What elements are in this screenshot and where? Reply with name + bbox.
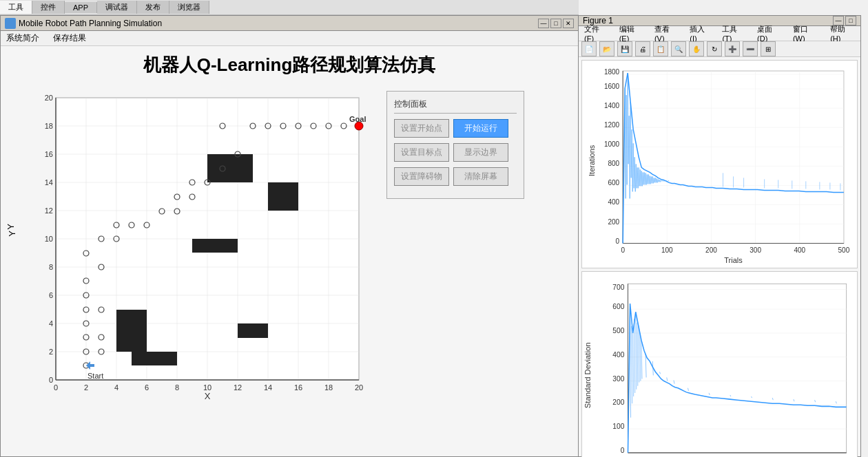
toolbar-open[interactable]: 📂 bbox=[599, 41, 614, 56]
svg-text:0: 0 bbox=[54, 383, 58, 392]
close-button[interactable]: ✕ bbox=[563, 19, 574, 28]
right-panel: 控制面板 设置开始点 开始运行 设置目标点 显示边界 设置障碍物 bbox=[386, 84, 524, 199]
show-border-button[interactable]: 显示边界 bbox=[453, 143, 508, 162]
svg-text:200: 200 bbox=[612, 398, 624, 406]
svg-text:300: 300 bbox=[612, 374, 624, 382]
charts-menu-bar: 文件(F) 编辑(E) 查看(V) 插入(I) 工具(T) 桌面(D) 窗口(W… bbox=[579, 26, 860, 41]
tab-tools[interactable]: 工具 bbox=[0, 1, 32, 14]
svg-text:1600: 1600 bbox=[604, 83, 620, 90]
toolbar-pan[interactable]: ✋ bbox=[689, 41, 704, 56]
svg-text:100: 100 bbox=[612, 423, 624, 430]
chart2-svg: 0 100 200 300 400 500 600 700 bbox=[582, 272, 857, 457]
svg-text:1400: 1400 bbox=[604, 102, 620, 109]
control-row-3: 设置障碍物 清除屏幕 bbox=[394, 167, 517, 186]
svg-text:1200: 1200 bbox=[604, 121, 620, 129]
tab-publish[interactable]: 发布 bbox=[137, 1, 169, 14]
svg-text:12: 12 bbox=[234, 383, 242, 392]
svg-text:400: 400 bbox=[794, 246, 805, 254]
svg-text:500: 500 bbox=[612, 327, 624, 334]
svg-text:X: X bbox=[205, 391, 211, 401]
tab-app-label: APP bbox=[73, 3, 88, 12]
page-title: 机器人Q-Learning路径规划算法仿真 bbox=[143, 53, 436, 77]
svg-text:Trials: Trials bbox=[724, 256, 743, 264]
svg-rect-53 bbox=[132, 352, 177, 365]
plot-svg: 0 2 4 6 8 10 12 14 16 18 20 0 bbox=[28, 91, 380, 401]
control-panel-title: 控制面板 bbox=[394, 98, 517, 114]
app-icon bbox=[5, 18, 16, 29]
workspace: Y bbox=[8, 84, 571, 407]
svg-text:500: 500 bbox=[838, 246, 850, 254]
minimize-button[interactable]: — bbox=[538, 19, 549, 28]
charts-toolbar: 📄 📂 💾 🖨 📋 🔍 ✋ ↻ ➕ ➖ ⊞ bbox=[579, 41, 860, 57]
main-window-title: Mobile Robot Path Planning Simulation bbox=[19, 19, 162, 28]
svg-text:400: 400 bbox=[612, 350, 624, 358]
toolbar-new[interactable]: 📄 bbox=[581, 41, 597, 56]
y-axis-label: Y bbox=[6, 224, 16, 230]
svg-text:400: 400 bbox=[608, 198, 619, 206]
toolbar-fit[interactable]: ⊞ bbox=[761, 41, 776, 56]
svg-text:8: 8 bbox=[49, 263, 53, 271]
charts-window: Figure 1 — □ 文件(F) 编辑(E) 查看(V) 插入(I) 工具(… bbox=[579, 15, 861, 457]
toolbar-print[interactable]: 🖨 bbox=[635, 41, 650, 56]
main-content: 机器人Q-Learning路径规划算法仿真 Y bbox=[1, 46, 578, 456]
set-obstacle-button[interactable]: 设置障碍物 bbox=[394, 167, 449, 186]
toolbar-zoom[interactable]: 🔍 bbox=[671, 41, 686, 56]
svg-text:800: 800 bbox=[608, 160, 619, 167]
svg-text:600: 600 bbox=[608, 179, 619, 187]
svg-rect-47 bbox=[207, 154, 253, 182]
menu-bar: 系统简介 保存结果 bbox=[1, 31, 578, 46]
svg-text:6: 6 bbox=[49, 291, 53, 299]
svg-text:0: 0 bbox=[621, 447, 625, 454]
toolbar-copy[interactable]: 📋 bbox=[653, 41, 668, 56]
tab-controls[interactable]: 控件 bbox=[32, 1, 65, 14]
svg-text:8: 8 bbox=[175, 383, 179, 392]
set-goal-button[interactable]: 设置目标点 bbox=[394, 143, 449, 162]
tab-publish-label: 发布 bbox=[145, 2, 161, 12]
control-row-2: 设置目标点 显示边界 bbox=[394, 143, 517, 162]
svg-rect-51 bbox=[116, 323, 132, 338]
svg-text:14: 14 bbox=[264, 383, 272, 392]
svg-text:16: 16 bbox=[294, 383, 302, 392]
start-run-button[interactable]: 开始运行 bbox=[453, 119, 508, 138]
tab-debugger[interactable]: 调试器 bbox=[97, 1, 137, 14]
svg-text:4: 4 bbox=[49, 319, 53, 328]
set-start-button[interactable]: 设置开始点 bbox=[394, 119, 449, 138]
svg-text:2: 2 bbox=[49, 348, 53, 356]
tab-browser-label: 浏览器 bbox=[178, 2, 200, 12]
toolbar-zoomout[interactable]: ➖ bbox=[743, 41, 758, 56]
menu-save[interactable]: 保存结果 bbox=[50, 31, 89, 45]
svg-text:700: 700 bbox=[612, 283, 624, 290]
svg-text:16: 16 bbox=[45, 150, 53, 158]
toolbar-save[interactable]: 💾 bbox=[617, 41, 632, 56]
toolbar-zoomin[interactable]: ➕ bbox=[725, 41, 740, 56]
charts-content: 0 200 400 600 800 1000 1200 1400 1600 18… bbox=[579, 57, 860, 457]
chart1-svg: 0 200 400 600 800 1000 1200 1400 1600 18… bbox=[582, 61, 857, 268]
svg-rect-48 bbox=[268, 182, 298, 211]
svg-text:Start: Start bbox=[87, 372, 103, 380]
svg-text:20: 20 bbox=[45, 94, 53, 102]
svg-text:0: 0 bbox=[49, 376, 53, 384]
svg-text:20: 20 bbox=[355, 383, 363, 392]
toolbar-rotate[interactable]: ↻ bbox=[707, 41, 722, 56]
svg-text:18: 18 bbox=[324, 383, 333, 392]
svg-text:200: 200 bbox=[608, 218, 619, 226]
tab-tools-label: 工具 bbox=[8, 2, 23, 12]
svg-text:200: 200 bbox=[705, 246, 717, 254]
clear-screen-button[interactable]: 清除屏幕 bbox=[453, 167, 508, 186]
svg-rect-52 bbox=[238, 323, 268, 338]
tab-browser[interactable]: 浏览器 bbox=[169, 1, 209, 14]
svg-text:100: 100 bbox=[661, 246, 673, 254]
svg-text:14: 14 bbox=[45, 178, 53, 187]
menu-about[interactable]: 系统简介 bbox=[3, 31, 42, 45]
svg-text:Standard Deviation: Standard Deviation bbox=[583, 342, 592, 408]
svg-text:10: 10 bbox=[45, 235, 53, 243]
restore-button[interactable]: □ bbox=[550, 19, 561, 28]
svg-text:0: 0 bbox=[621, 246, 625, 254]
tab-app[interactable]: APP bbox=[65, 2, 97, 13]
plot-area: Y bbox=[8, 84, 373, 407]
chart1-container: 0 200 400 600 800 1000 1200 1400 1600 18… bbox=[581, 60, 858, 268]
svg-text:0: 0 bbox=[616, 237, 620, 245]
svg-rect-49 bbox=[192, 239, 238, 253]
svg-text:6: 6 bbox=[145, 383, 149, 392]
svg-text:Goal: Goal bbox=[349, 115, 366, 123]
